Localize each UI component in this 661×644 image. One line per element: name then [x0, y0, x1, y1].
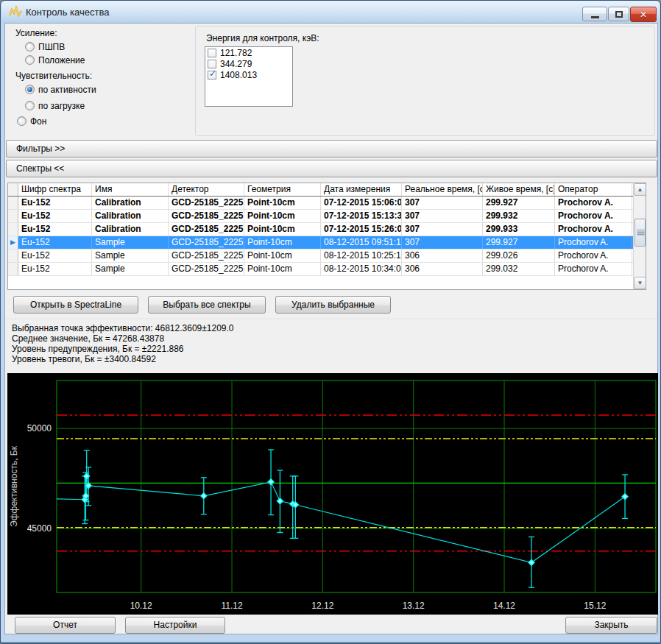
svg-text:15.12: 15.12: [584, 601, 606, 611]
table-row[interactable]: Eu-152CalibrationGCD-25185_2225Point-10c…: [8, 223, 646, 236]
radio-background-label[interactable]: Фон: [30, 116, 46, 127]
report-button[interactable]: Отчет: [15, 617, 116, 634]
table-cell: GCD-25185_2225-15: [169, 236, 244, 249]
radio-background[interactable]: [17, 116, 26, 126]
energy-checkbox[interactable]: [208, 49, 216, 57]
svg-text:50000: 50000: [27, 423, 52, 434]
energy-group-label: Энергия для контроля, кэВ:: [206, 33, 319, 43]
scrollbar-thumb[interactable]: [635, 219, 646, 247]
close-icon: ✕: [640, 10, 647, 20]
table-cell: 307: [402, 210, 483, 222]
table-cell: 307: [402, 223, 483, 236]
table-cell: Prochorov A.: [555, 250, 632, 262]
table-cell: 299.026: [483, 250, 555, 262]
table-cell: Calibration: [92, 210, 169, 222]
energy-checkbox[interactable]: [208, 60, 216, 68]
maximize-icon: [615, 11, 623, 18]
table-cell: Point-10cm: [244, 223, 321, 236]
column-header[interactable]: Реальное время, [с]: [402, 183, 483, 196]
table-cell: 306: [402, 263, 483, 275]
title-bar: Контроль качества ✕: [1, 1, 660, 23]
table-cell: Eu-152: [18, 210, 92, 222]
table-cell: Prochorov A.: [555, 197, 632, 209]
table-cell: 299.932: [483, 210, 555, 222]
energy-item[interactable]: 121.782: [208, 49, 292, 58]
status-alarm-level: Уровень тревоги, Бк = ±3400.84592: [12, 354, 234, 364]
radio-by-load[interactable]: [25, 101, 35, 110]
divider: [5, 319, 657, 319]
radio-pshpv-label[interactable]: ПШПВ: [38, 42, 65, 52]
radio-by-load-label[interactable]: по загрузке: [38, 101, 85, 111]
svg-text:45000: 45000: [27, 523, 52, 534]
energy-checklist[interactable]: 121.782344.2791408.013: [205, 46, 293, 107]
table-cell: 299.032: [483, 263, 555, 275]
column-header[interactable]: Геометрия: [244, 183, 321, 196]
radio-pshpv[interactable]: [25, 42, 35, 52]
table-cell: Point-10cm: [244, 197, 321, 209]
current-row-arrow-icon[interactable]: ▶: [8, 236, 18, 249]
scroll-down-icon[interactable]: ▼: [634, 277, 646, 289]
row-selector-cell[interactable]: [8, 210, 18, 222]
table-cell: 07-12-2015 15:06:03: [321, 197, 402, 209]
table-row[interactable]: Eu-152CalibrationGCD-25185_2225Point-10c…: [8, 210, 646, 223]
table-cell: 08-12-2015 10:34:00: [321, 263, 402, 275]
table-row[interactable]: ▶Eu-152SampleGCD-25185_2225-15Point-10cm…: [8, 236, 646, 250]
energy-groupbox: Энергия для контроля, кэВ: 121.782344.27…: [195, 26, 655, 136]
table-cell: Prochorov A.: [555, 263, 632, 275]
client-area: Усиление: ПШПВ Положение Чувствительност…: [4, 23, 658, 634]
spectra-expander[interactable]: Спектры <<: [6, 160, 657, 177]
row-selector-cell[interactable]: [8, 263, 18, 275]
status-selected-point: Выбранная точка эффективности: 46812.360…: [12, 323, 234, 333]
maximize-button[interactable]: [608, 7, 629, 21]
close-window-button[interactable]: ✕: [630, 7, 657, 22]
column-header[interactable]: Имя: [92, 183, 169, 196]
column-header[interactable]: Живое время, [с]: [483, 183, 555, 196]
radio-position[interactable]: [25, 55, 35, 65]
table-row[interactable]: Eu-152SampleGCD-25185_2225-15Point-10cm0…: [8, 263, 646, 276]
scroll-up-icon[interactable]: ▲: [634, 183, 646, 196]
table-cell: Sample: [92, 250, 169, 262]
delete-selected-button[interactable]: Удалить выбранные: [275, 296, 391, 314]
table-row[interactable]: Eu-152CalibrationGCD-25185_2225Point-10c…: [8, 197, 646, 210]
energy-item[interactable]: 344.279: [208, 60, 292, 69]
table-row[interactable]: Eu-152SampleGCD-25185_2225-15Point-10cm0…: [8, 250, 646, 263]
table-cell: GCD-25185_2225: [169, 197, 244, 209]
radio-position-label[interactable]: Положение: [38, 55, 85, 66]
table-cell: 307: [402, 236, 483, 249]
table-cell: Prochorov A.: [555, 223, 632, 236]
open-spectraline-button[interactable]: Открыть в SpectraLine: [13, 296, 138, 314]
table-cell: Point-10cm: [244, 250, 321, 262]
table-cell: 299.933: [483, 223, 555, 236]
settings-button[interactable]: Настройки: [125, 617, 225, 634]
close-button[interactable]: Закрыть: [565, 617, 657, 634]
table-cell: Point-10cm: [244, 236, 321, 249]
column-header[interactable]: Дата измерения: [321, 183, 402, 196]
column-header[interactable]: Оператор: [555, 183, 632, 196]
table-scrollbar[interactable]: ▲ ▼: [633, 183, 646, 289]
row-selector-cell[interactable]: [8, 197, 18, 209]
energy-item[interactable]: 1408.013: [208, 71, 292, 80]
table-cell: 08-12-2015 09:51:18: [321, 236, 402, 249]
table-cell: 299.927: [483, 236, 555, 249]
table-cell: GCD-25185_2225-15: [169, 250, 244, 262]
column-header[interactable]: Детектор: [169, 183, 244, 196]
select-all-button[interactable]: Выбрать все спектры: [148, 296, 266, 314]
row-selector-cell[interactable]: [8, 250, 18, 262]
energy-checkbox[interactable]: [208, 71, 216, 79]
column-header[interactable]: Шифр спектра: [18, 183, 92, 196]
window-title: Контроль качества: [26, 7, 109, 18]
app-window: Контроль качества ✕ Усиление: ПШПВ Полож…: [0, 0, 661, 644]
radio-by-activity-label[interactable]: по активности: [38, 85, 96, 95]
table-cell: Eu-152: [18, 236, 92, 249]
radio-by-activity[interactable]: [25, 85, 35, 94]
filters-expander[interactable]: Фильтры >>: [6, 140, 657, 158]
quality-chart: 10.1211.1212.1213.1214.1215.125000045000…: [7, 373, 658, 615]
spectra-table: Шифр спектраИмяДетекторГеометрияДата изм…: [7, 183, 646, 290]
table-cell: Calibration: [92, 197, 169, 209]
svg-text:10.12: 10.12: [130, 601, 152, 611]
row-selector-cell[interactable]: [8, 223, 18, 236]
table-cell: Sample: [92, 236, 169, 249]
minimize-button[interactable]: [582, 7, 607, 21]
table-cell: Eu-152: [18, 250, 92, 262]
table-cell: Eu-152: [18, 223, 92, 236]
